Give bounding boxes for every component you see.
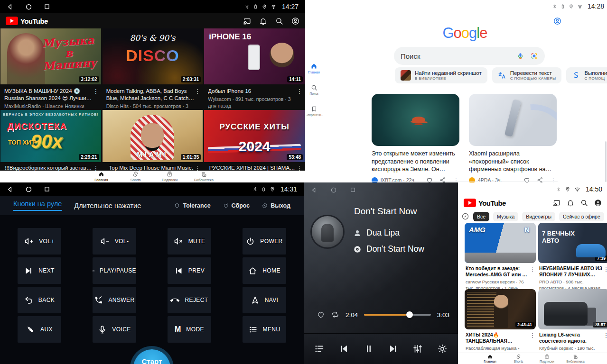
key-reject[interactable]: REJECT [168, 287, 211, 313]
chip-find-screenshot[interactable]: Найти недавний скриншот В БИБЛИОТЕКЕ [395, 67, 487, 83]
youtube-logo[interactable]: YouTube [6, 17, 48, 25]
video-card[interactable]: 28:57 Lixiang L6-мечта советского идиота… [538, 289, 607, 355]
search-bar[interactable]: Поиск [394, 47, 545, 65]
explore-compass-icon[interactable] [461, 212, 469, 220]
chip-music[interactable]: Музыка [493, 212, 518, 221]
account-icon[interactable] [553, 17, 561, 25]
video-thumbnail[interactable]: AMG N 12:42 [465, 223, 536, 263]
key-vol-minus[interactable]: VOL- [93, 228, 136, 255]
key-home[interactable]: HOME [243, 257, 286, 284]
search-input[interactable]: Поиск [401, 52, 511, 60]
chip-homework[interactable]: Выполни С ПОМОЩ [566, 67, 607, 83]
nav-home[interactable]: Главная [90, 171, 113, 182]
home-nav-icon[interactable] [330, 187, 337, 193]
seek-bar[interactable] [364, 314, 430, 316]
video-thumbnail[interactable]: 7 ВЕЧНЫХ АВТО 7:39 [538, 223, 607, 263]
seek-knob[interactable] [406, 311, 413, 318]
settings-icon[interactable] [437, 344, 448, 354]
chip-live[interactable]: Сейчас в эфире [559, 212, 604, 221]
rail-saved[interactable]: Сохраненн... [305, 106, 323, 117]
more-options-icon[interactable]: ⋮ [603, 265, 607, 289]
nav-subscriptions[interactable]: Подписки [537, 354, 558, 363]
nav-library[interactable]: Библиотека [565, 354, 586, 363]
favorite-icon[interactable] [317, 311, 325, 318]
home-nav-icon[interactable] [25, 3, 32, 10]
key-answer[interactable]: ANSWER [93, 287, 136, 313]
tab-long-press[interactable]: Длительное нажатие [74, 202, 141, 209]
video-thumbnail[interactable]: Музыка вМашину 3:12:02 [0, 28, 101, 84]
key-mute[interactable]: MUTE [168, 228, 211, 255]
search-icon[interactable] [580, 199, 588, 207]
more-options-icon[interactable]: ⋮ [529, 265, 536, 289]
exit-button[interactable]: Выход [262, 202, 290, 209]
tab-wheel-keys[interactable]: Кнопки на руле [13, 200, 62, 211]
nav-library[interactable]: Библиотека [192, 171, 216, 182]
rail-home[interactable]: Главная [305, 63, 323, 74]
key-mode[interactable]: M MODE [168, 316, 211, 343]
back-nav-icon[interactable] [7, 186, 14, 193]
previous-track-icon[interactable] [339, 344, 349, 354]
search-icon[interactable] [275, 17, 283, 25]
key-aux[interactable]: AUX [18, 316, 61, 343]
video-thumbnail[interactable]: 2:43:41 [465, 289, 536, 329]
pause-icon[interactable] [364, 344, 374, 354]
notifications-icon[interactable] [567, 199, 574, 207]
google-lens-icon[interactable] [530, 52, 538, 60]
avatar[interactable] [291, 17, 299, 25]
video-card[interactable]: Музыка вМашину 3:12:02 МУЗЫКА В МАШИНУ 2… [0, 28, 101, 110]
back-nav-icon[interactable] [311, 187, 318, 193]
video-card[interactable]: 7 ВЕЧНЫХ АВТО 7:39 НЕУБИВАЕМЫЕ АВТО ИЗ Я… [538, 223, 607, 289]
key-menu[interactable]: MENU [243, 316, 286, 343]
key-prev[interactable]: PREV [168, 257, 211, 284]
recents-nav-icon[interactable] [44, 3, 50, 10]
cast-icon[interactable] [243, 17, 251, 25]
more-options-icon[interactable]: ⋮ [93, 88, 99, 110]
key-vol-plus[interactable]: VOL+ [18, 228, 61, 255]
chip-translate[interactable]: Перевести текст С ПОМОЩЬЮ КАМЕРЫ [492, 67, 562, 83]
mic-icon[interactable] [516, 52, 524, 60]
youtube-logo[interactable]: YouTube [464, 199, 506, 207]
back-nav-icon[interactable] [7, 3, 14, 10]
home-nav-icon[interactable] [25, 186, 32, 193]
notifications-icon[interactable] [259, 17, 267, 25]
video-thumbnail[interactable]: 80's & 90's DISCO 2:03:31 [103, 28, 203, 84]
chip-all[interactable]: Все [473, 212, 489, 221]
key-navi[interactable]: NAVI [243, 287, 286, 313]
equalizer-icon[interactable] [412, 344, 423, 354]
next-track-icon[interactable] [388, 344, 398, 354]
start-button[interactable]: Старт [133, 349, 170, 364]
key-voice[interactable]: VOICE [93, 316, 136, 343]
scrollbar[interactable] [605, 141, 607, 182]
more-options-icon[interactable]: ⋮ [603, 332, 607, 355]
video-thumbnail[interactable]: РУССКИЕ ХИТЫ 2024 53:48 [204, 110, 305, 162]
video-thumbnail[interactable]: MIAMI 1:01:35 [103, 110, 203, 162]
more-options-icon[interactable]: ⋮ [296, 88, 303, 110]
nav-shorts[interactable]: Shorts [508, 354, 529, 363]
video-card[interactable]: iPHONE 16 14:11 Добыл iPhone 16 Wylsacom… [204, 28, 305, 110]
video-card[interactable]: ВЕРНИСЬ В ЭПОХУ БЕЗЗАБОТНЫХ РИТМОВ! ДИСК… [0, 110, 101, 172]
tolerance-button[interactable]: Tolerance [174, 202, 210, 209]
video-card[interactable]: 80's & 90's DISCO 2:03:31 Modern Talking… [103, 28, 203, 110]
cast-icon[interactable] [553, 199, 560, 207]
key-back[interactable]: BACK [18, 287, 61, 313]
avatar[interactable] [594, 199, 602, 207]
video-thumbnail[interactable]: 28:57 [538, 289, 607, 329]
recents-nav-icon[interactable] [44, 186, 50, 193]
nav-subscriptions[interactable]: Подписки [158, 171, 182, 182]
video-card[interactable]: MIAMI 1:01:35 Top Mix Deep House Miami M… [103, 110, 203, 172]
reset-button[interactable]: Сброс [223, 202, 250, 209]
repeat-icon[interactable] [331, 310, 339, 319]
key-next[interactable]: NEXT [18, 257, 61, 284]
video-thumbnail[interactable]: ВЕРНИСЬ В ЭПОХУ БЕЗЗАБОТНЫХ РИТМОВ! ДИСК… [0, 110, 101, 162]
nav-home[interactable]: Главная [480, 354, 501, 363]
video-card[interactable]: 2:43:41 ХИТЫ 2024🔥 ТАНЦЕВАЛЬНАЯ МУЗЫКА🔥 … [465, 289, 536, 355]
recents-nav-icon[interactable] [350, 187, 356, 193]
queue-icon[interactable] [314, 344, 325, 354]
nav-shorts[interactable]: Shorts [124, 171, 148, 182]
key-power[interactable]: POWER [243, 228, 286, 255]
feed-card[interactable]: Это открытие может изменить представлени… [372, 94, 459, 182]
more-options-icon[interactable]: ⋮ [529, 332, 536, 355]
video-thumbnail[interactable]: iPHONE 16 14:11 [204, 28, 305, 84]
video-card[interactable]: AMG N 12:42 Кто победит в заезде: Merced… [465, 223, 536, 289]
chip-gaming[interactable]: Видеоигры [522, 212, 555, 221]
